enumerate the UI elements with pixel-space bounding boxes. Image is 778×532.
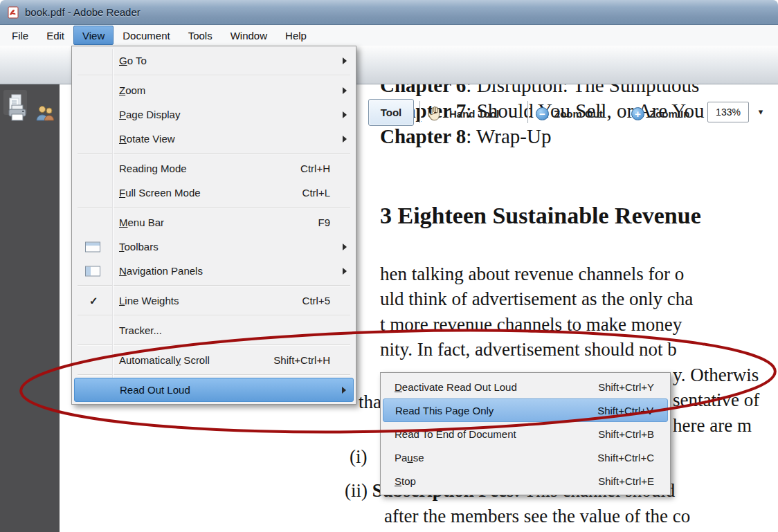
select-tool-button[interactable]: Tool	[368, 99, 414, 126]
hand-icon	[426, 104, 444, 122]
plus-circle-icon: +	[631, 107, 644, 120]
submenu-item-label: Read To End of Document	[395, 428, 516, 440]
menu-item-label: Read Out Loud	[120, 384, 190, 396]
menu-item-read-out-loud[interactable]: Read Out Loud	[74, 378, 354, 402]
menu-item-label: Line Weights	[119, 295, 179, 306]
menu-item-shortcut: Ctrl+H	[300, 163, 347, 174]
doc-body-fragment: sentative of	[673, 389, 759, 411]
menu-item-label: Reading Mode	[119, 163, 187, 174]
menu-item-reading-mode[interactable]: Reading Mode Ctrl+H	[74, 156, 354, 181]
doc-body-fragment: y. Otherwis	[673, 365, 759, 386]
menu-separator	[78, 374, 350, 376]
select-tool-label: Tool	[381, 107, 402, 118]
submenu-item-shortcut: Shift+Ctrl+B	[598, 428, 657, 440]
doc-chapter8-label: Chapter 8	[380, 125, 466, 147]
menu-item-menu-bar[interactable]: Menu Bar F9	[74, 210, 354, 235]
zoom-in-label: Zoom In	[649, 108, 689, 120]
submenu-item-stop[interactable]: Stop Shift+Ctrl+E	[383, 469, 668, 493]
menu-separator	[78, 75, 350, 76]
doc-body-line: after the members see the value of the c…	[384, 506, 690, 527]
menu-edit[interactable]: Edit	[37, 25, 73, 46]
menu-item-shortcut: Ctrl+L	[302, 187, 347, 199]
submenu-item-read-this-page-only[interactable]: Read This Page Only Shift+Ctrl+V	[383, 398, 668, 422]
menu-tools[interactable]: Tools	[179, 25, 221, 46]
doc-line-chapter6: Chapter 6: Disruption: The Sumptuous	[380, 84, 699, 97]
submenu-item-label: Stop	[395, 475, 416, 487]
menu-item-label: Menu Bar	[119, 217, 164, 228]
toolbar-divider	[419, 101, 421, 123]
menu-item-go-to[interactable]: Go To	[74, 48, 354, 73]
doc-chapter6-text: : Disruption: The Sumptuous	[466, 84, 699, 96]
menu-item-rotate-view[interactable]: Rotate View	[74, 127, 354, 151]
submenu-arrow-icon	[342, 387, 346, 394]
doc-body-line: hen talking about revenue channels for o	[380, 264, 684, 285]
menu-item-automatically-scroll[interactable]: Automatically Scroll Shift+Ctrl+H	[74, 348, 354, 372]
submenu-item-read-to-end-of-document[interactable]: Read To End of Document Shift+Ctrl+B	[383, 422, 668, 446]
menu-file[interactable]: File	[3, 25, 37, 46]
menu-item-shortcut: F9	[318, 217, 347, 228]
read-out-loud-submenu: Deactivate Read Out Loud Shift+Ctrl+Y Re…	[380, 372, 671, 495]
menu-item-label: Go To	[119, 55, 147, 66]
menu-separator	[78, 285, 350, 286]
zoom-level-input[interactable]: 133%	[707, 102, 749, 122]
collaborate-button[interactable]	[35, 100, 55, 127]
zoom-level-dropdown-button[interactable]: ▾	[753, 102, 768, 121]
menu-view[interactable]: View	[73, 26, 114, 45]
menu-item-label: Navigation Panels	[119, 265, 203, 277]
printer-icon	[7, 103, 28, 124]
doc-body-line: uld think of advertisement as the only c…	[380, 288, 693, 310]
navigation-panel	[0, 84, 60, 532]
submenu-item-shortcut: Shift+Ctrl+E	[598, 475, 657, 487]
menu-item-zoom[interactable]: Zoom	[74, 78, 354, 102]
doc-chapter6-label: Chapter 6	[380, 84, 466, 96]
menu-item-label: Tracker...	[119, 324, 162, 336]
menu-item-label: Automatically Scroll	[119, 354, 210, 366]
menu-separator	[78, 315, 350, 316]
check-icon: ✓	[89, 295, 98, 307]
submenu-item-label: Read This Page Only	[395, 405, 494, 416]
submenu-item-shortcut: Shift+Ctrl+Y	[598, 381, 657, 393]
minus-circle-icon: −	[536, 107, 549, 120]
submenu-item-deactivate-read-out-loud[interactable]: Deactivate Read Out Loud Shift+Ctrl+Y	[383, 375, 668, 398]
submenu-item-shortcut: Shift+Ctrl+C	[597, 452, 657, 464]
menu-window[interactable]: Window	[221, 25, 276, 46]
chevron-down-icon: ▾	[759, 107, 763, 117]
menu-help[interactable]: Help	[276, 25, 316, 46]
menu-item-shortcut: Shift+Ctrl+H	[273, 354, 347, 366]
doc-chapter8-text: : Wrap-Up	[466, 125, 551, 147]
zoom-in-button[interactable]: + Zoom In	[631, 100, 689, 127]
hand-tool-label: Hand Tool	[449, 108, 499, 120]
menu-separator	[78, 345, 350, 346]
doc-body-fragment: here are m	[673, 415, 752, 437]
people-icon	[35, 104, 55, 123]
hand-tool-button[interactable]: Hand Tool	[426, 100, 499, 127]
zoom-level-value: 133%	[716, 107, 741, 118]
menu-item-label: Page Display	[119, 109, 180, 120]
zoom-out-button[interactable]: − Zoom Out	[536, 100, 603, 127]
menu-item-full-screen-mode[interactable]: Full Screen Mode Ctrl+L	[74, 181, 354, 205]
menu-bar: File Edit View Document Tools Window Hel…	[0, 25, 778, 46]
print-button[interactable]	[7, 100, 28, 127]
submenu-arrow-icon	[343, 111, 347, 118]
doc-body-fragment: tha	[359, 392, 381, 413]
submenu-item-pause[interactable]: Pause Shift+Ctrl+C	[383, 446, 668, 469]
menu-item-line-weights[interactable]: ✓ Line Weights Ctrl+5	[74, 288, 354, 313]
doc-line-chapter8: Chapter 8: Wrap-Up	[380, 125, 551, 148]
menu-item-label: Full Screen Mode	[119, 187, 201, 199]
menu-document[interactable]: Document	[114, 25, 179, 46]
doc-body-line: t more revenue channels to make money	[380, 314, 682, 336]
view-menu-popup: Go To Zoom Page Display Rotate View Read…	[71, 46, 356, 405]
menu-item-toolbars[interactable]: Toolbars	[74, 235, 354, 259]
adobe-reader-app-icon	[7, 6, 19, 19]
window-title: book.pdf - Adobe Reader	[25, 6, 141, 18]
submenu-arrow-icon	[343, 136, 347, 143]
submenu-item-label: Deactivate Read Out Loud	[395, 381, 517, 393]
submenu-item-shortcut: Shift+Ctrl+V	[597, 405, 656, 416]
menu-item-tracker[interactable]: Tracker...	[74, 318, 354, 342]
menu-item-page-display[interactable]: Page Display	[74, 102, 354, 127]
menu-item-navigation-panels[interactable]: Navigation Panels	[74, 259, 354, 283]
doc-list-marker-i: (i)	[350, 446, 367, 468]
title-bar: book.pdf - Adobe Reader	[0, 0, 778, 25]
doc-section-heading: 3 Eighteen Sustainable Revenue	[380, 202, 701, 229]
menu-separator	[78, 207, 350, 208]
